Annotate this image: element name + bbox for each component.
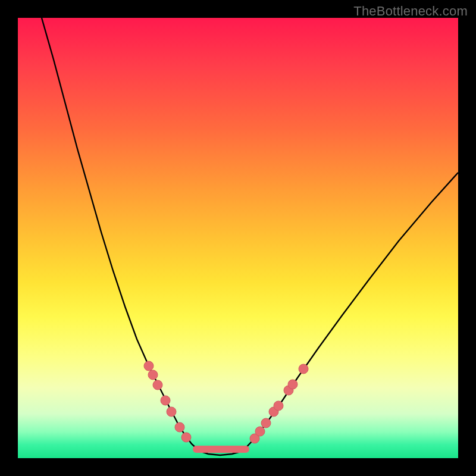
marker-dot <box>167 407 176 416</box>
markers-left <box>144 361 191 442</box>
marker-dot <box>288 380 298 389</box>
watermark-text: TheBottleneck.com <box>353 4 468 19</box>
marker-dot <box>144 361 154 371</box>
marker-dot <box>299 364 308 374</box>
chart-plot-area <box>18 18 458 458</box>
marker-dot <box>261 418 271 428</box>
curve-left <box>42 18 199 451</box>
marker-dot <box>148 370 158 380</box>
marker-dot <box>175 422 184 432</box>
chart-svg <box>18 18 458 458</box>
marker-dot <box>161 396 170 405</box>
chart-frame: TheBottleneck.com <box>0 0 476 476</box>
marker-dot <box>274 401 283 411</box>
marker-dot <box>153 380 162 390</box>
marker-dot <box>255 427 265 436</box>
marker-dot <box>181 433 191 442</box>
